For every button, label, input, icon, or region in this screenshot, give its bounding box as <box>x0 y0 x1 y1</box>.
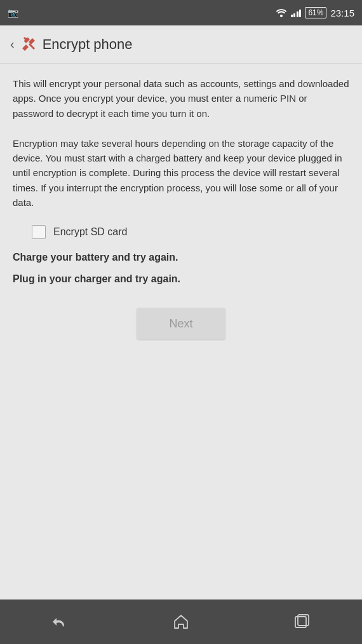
screenshot-icon: 📷 <box>8 8 18 18</box>
signal-bars <box>291 8 302 17</box>
nav-recents-button[interactable] <box>283 609 321 634</box>
svg-point-0 <box>280 15 283 17</box>
nav-home-icon <box>173 613 189 630</box>
nav-bar <box>0 599 362 644</box>
back-button[interactable]: ‹ <box>10 37 15 51</box>
encrypt-sd-card-checkbox[interactable] <box>32 225 46 239</box>
nav-recents-icon <box>293 613 310 630</box>
status-time: 23:15 <box>330 8 354 18</box>
charge-battery-warning: Charge your battery and try again. <box>13 252 349 263</box>
next-button[interactable]: Next <box>137 308 225 339</box>
page-title: Encrypt phone <box>43 36 133 53</box>
nav-home-button[interactable] <box>162 609 200 634</box>
plug-in-charger-warning: Plug in your charger and try again. <box>13 273 349 285</box>
status-bar: 📷 61% 23:15 <box>0 0 362 25</box>
description-paragraph: This will encrypt your personal data suc… <box>13 76 349 121</box>
button-area: Next <box>13 295 349 359</box>
status-left-icons: 📷 <box>8 8 21 18</box>
encryption-warning-paragraph: Encryption may take several hours depend… <box>13 136 349 210</box>
nav-back-button[interactable] <box>41 609 79 634</box>
battery-indicator: 61% <box>305 7 326 18</box>
nav-back-icon <box>51 614 69 629</box>
wifi-icon <box>276 8 287 17</box>
content-area: This will encrypt your personal data suc… <box>0 64 362 599</box>
encrypt-sd-card-row[interactable]: Encrypt SD card <box>13 225 349 239</box>
header: ‹ Encrypt phone <box>0 25 362 64</box>
status-right-icons: 61% 23:15 <box>276 7 354 18</box>
tools-icon <box>20 36 37 53</box>
encrypt-sd-card-label: Encrypt SD card <box>53 226 127 238</box>
